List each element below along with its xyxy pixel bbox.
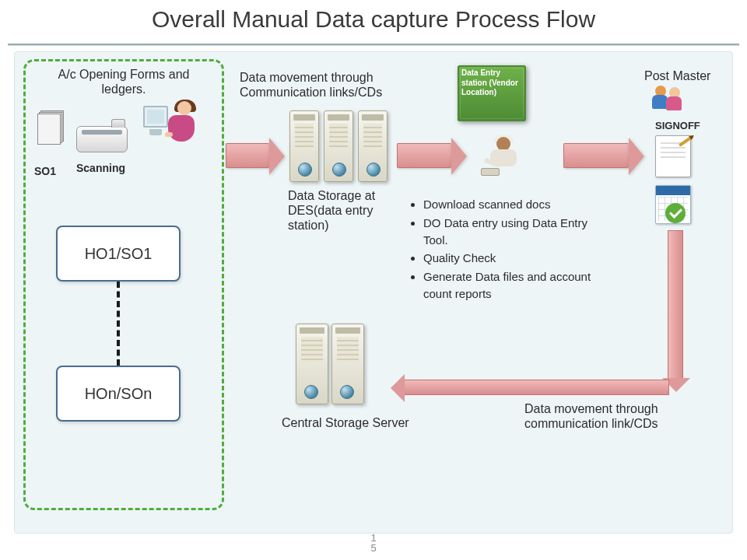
arrow-to-des (226, 143, 269, 168)
approved-calendar-icon (655, 185, 691, 224)
arrow-down-return (668, 230, 683, 378)
page-title: Overall Manual Data capture Process Flow (0, 6, 747, 33)
central-servers-icon (296, 324, 364, 404)
operator-at-pc-icon (143, 100, 199, 154)
slide-number: 15 (0, 533, 747, 554)
des-servers-icon (289, 110, 388, 182)
forms-ledgers-heading: A/c Opening Forms and ledgers. (40, 67, 207, 96)
vendor-location-callout: Data Entry station (Vendor Location) (458, 65, 526, 121)
des-label: Data Storage at DES(data entry station) (288, 188, 389, 233)
post-master-label: Post Master (644, 68, 710, 83)
hon-son-node: HOn/SOn (56, 366, 181, 422)
data-entry-operator-icon (482, 137, 526, 180)
vendor-location-text: Data Entry station (Vendor Location) (461, 68, 522, 98)
so1-label: SO1 (34, 165, 56, 178)
scanner-icon (76, 126, 128, 152)
vendor-tasks-list: Download scanned docs DO Data entry usin… (409, 196, 604, 304)
list-item: Quality Check (423, 250, 604, 267)
title-underline (8, 44, 739, 46)
documents-icon (37, 110, 64, 145)
return-comm-label: Data movement through communication link… (524, 401, 703, 431)
comm-links-label: Data movement through Communication link… (240, 70, 419, 100)
list-item: Download scanned docs (423, 196, 604, 213)
ho1-so1-node: HO1/SO1 (56, 226, 181, 282)
arrow-to-postmaster (563, 143, 629, 168)
signoff-document-icon (655, 135, 691, 177)
scanning-label: Scanning (76, 162, 125, 175)
people-icon (652, 84, 685, 115)
signoff-label: SIGNOFF (655, 120, 700, 132)
node-connector (117, 282, 120, 366)
list-item: Generate Data files and account count re… (423, 268, 604, 303)
slide: Overall Manual Data capture Process Flow… (0, 0, 747, 560)
arrow-to-vendor (397, 143, 451, 168)
central-storage-label: Central Storage Server (282, 415, 409, 430)
list-item: DO Data entry using Data Entry Tool. (423, 215, 604, 249)
arrow-left-return (405, 380, 669, 395)
